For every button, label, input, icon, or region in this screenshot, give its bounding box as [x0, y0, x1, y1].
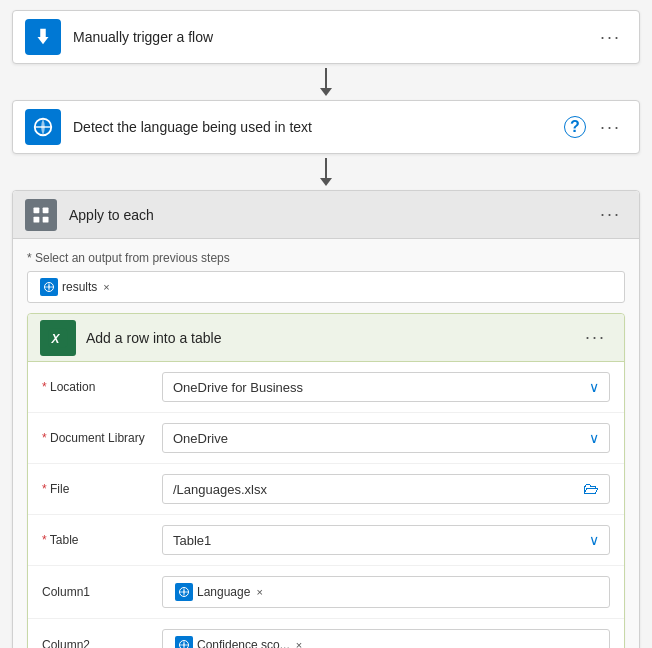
results-tag: results × — [36, 276, 114, 298]
confidence-tag-icon — [175, 636, 193, 648]
arrow-1 — [320, 64, 332, 100]
trigger-more-button[interactable]: ··· — [594, 25, 627, 50]
detect-title: Detect the language being used in text — [73, 119, 552, 135]
location-value: OneDrive for Business — [173, 380, 303, 395]
file-browse-icon: 🗁 — [583, 480, 599, 498]
svg-rect-3 — [43, 207, 49, 213]
detect-icon — [25, 109, 61, 145]
file-input[interactable]: /Languages.xlsx 🗁 — [162, 474, 610, 504]
column2-control: Confidence sco... × — [162, 629, 610, 648]
language-tag: Language × — [171, 581, 267, 603]
apply-more-button[interactable]: ··· — [594, 202, 627, 227]
detect-help-button[interactable]: ? — [564, 116, 586, 138]
trigger-title: Manually trigger a flow — [73, 29, 582, 45]
doclib-row: Document Library OneDrive ∨ — [28, 413, 624, 464]
results-tag-close[interactable]: × — [103, 281, 109, 293]
column2-label: Column2 — [42, 638, 152, 648]
location-label: Location — [42, 380, 152, 394]
arrow-2 — [320, 154, 332, 190]
add-row-title: Add a row into a table — [86, 330, 569, 346]
table-chevron: ∨ — [589, 532, 599, 548]
svg-rect-2 — [34, 207, 40, 213]
column2-row: Column2 — [28, 619, 624, 648]
confidence-tag: Confidence sco... × — [171, 634, 306, 648]
results-tag-text: results — [62, 280, 97, 294]
table-row: Table Table1 ∨ — [28, 515, 624, 566]
add-row-actions: ··· — [579, 325, 612, 350]
language-tag-icon — [175, 583, 193, 601]
file-label: File — [42, 482, 152, 496]
doclib-value: OneDrive — [173, 431, 228, 446]
column1-input[interactable]: Language × — [162, 576, 610, 608]
flow-container: Manually trigger a flow ··· Detect the l… — [0, 0, 652, 648]
column1-control: Language × — [162, 576, 610, 608]
location-row: Location OneDrive for Business ∨ — [28, 362, 624, 413]
table-label: Table — [42, 533, 152, 547]
doclib-select[interactable]: OneDrive ∨ — [162, 423, 610, 453]
detect-more-button[interactable]: ··· — [594, 115, 627, 140]
file-value: /Languages.xlsx — [173, 482, 267, 497]
trigger-icon — [25, 19, 61, 55]
apply-card: Apply to each ··· * Select an output fro… — [12, 190, 640, 648]
svg-rect-4 — [34, 216, 40, 222]
doclib-label: Document Library — [42, 431, 152, 445]
excel-icon: X — [40, 320, 76, 356]
detect-actions: ? ··· — [564, 115, 627, 140]
column2-input[interactable]: Confidence sco... × — [162, 629, 610, 648]
svg-rect-5 — [43, 216, 49, 222]
add-row-card: X Add a row into a table ··· Location — [27, 313, 625, 648]
language-tag-close[interactable]: × — [256, 586, 262, 598]
add-row-header: X Add a row into a table ··· — [28, 314, 624, 362]
confidence-tag-close[interactable]: × — [296, 639, 302, 648]
apply-title: Apply to each — [69, 207, 582, 223]
svg-text:X: X — [51, 331, 61, 345]
detect-card: Detect the language being used in text ?… — [12, 100, 640, 154]
apply-icon — [25, 199, 57, 231]
trigger-actions: ··· — [594, 25, 627, 50]
table-control: Table1 ∨ — [162, 525, 610, 555]
location-chevron: ∨ — [589, 379, 599, 395]
column1-label: Column1 — [42, 585, 152, 599]
output-selector[interactable]: results × — [27, 271, 625, 303]
arrow-line-1 — [325, 68, 327, 88]
doclib-control: OneDrive ∨ — [162, 423, 610, 453]
column1-row: Column1 — [28, 566, 624, 619]
arrow-head-1 — [320, 88, 332, 96]
table-value: Table1 — [173, 533, 211, 548]
apply-actions: ··· — [594, 202, 627, 227]
location-control: OneDrive for Business ∨ — [162, 372, 610, 402]
select-output-label: * Select an output from previous steps — [27, 251, 625, 265]
trigger-card: Manually trigger a flow ··· — [12, 10, 640, 64]
detect-card-header: Detect the language being used in text ?… — [13, 101, 639, 153]
confidence-tag-text: Confidence sco... — [197, 638, 290, 648]
doclib-chevron: ∨ — [589, 430, 599, 446]
apply-body: * Select an output from previous steps r… — [13, 239, 639, 648]
arrow-head-2 — [320, 178, 332, 186]
language-tag-text: Language — [197, 585, 250, 599]
file-control: /Languages.xlsx 🗁 — [162, 474, 610, 504]
trigger-card-header: Manually trigger a flow ··· — [13, 11, 639, 63]
arrow-line-2 — [325, 158, 327, 178]
location-select[interactable]: OneDrive for Business ∨ — [162, 372, 610, 402]
add-row-more-button[interactable]: ··· — [579, 325, 612, 350]
table-select[interactable]: Table1 ∨ — [162, 525, 610, 555]
add-row-body: Location OneDrive for Business ∨ Documen… — [28, 362, 624, 648]
results-tag-icon — [40, 278, 58, 296]
file-row: File /Languages.xlsx 🗁 — [28, 464, 624, 515]
apply-header: Apply to each ··· — [13, 191, 639, 239]
